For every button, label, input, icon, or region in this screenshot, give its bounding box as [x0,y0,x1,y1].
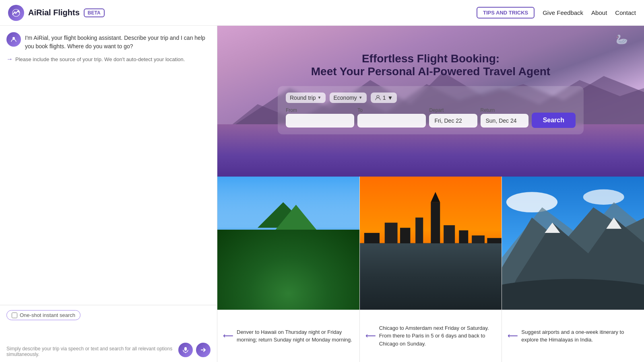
svg-point-12 [227,233,309,284]
svg-rect-19 [364,233,380,259]
one-shot-checkbox[interactable] [12,313,17,318]
beta-badge: BETA [84,8,105,17]
tips-and-tricks-button[interactable]: TIPS AND TRICKS [477,7,535,19]
amsterdam-card-image [360,177,502,310]
svg-point-1 [12,37,15,39]
global-header: AiRial Flights BETA TIPS AND TRICKS Give… [0,0,644,26]
hawaii-card: ⟵ Denver to Hawaii on Thursday night or … [217,177,360,362]
from-input[interactable] [286,114,354,128]
form-bottom-row: From To Depart Return [286,107,576,128]
bird-decoration: 🦢 [616,34,628,45]
cabin-class-value: Economy [334,95,357,101]
amsterdam-card: ⟵ Chicago to Amsterdam next Friday or Sa… [360,177,502,362]
hawaii-image [217,177,359,310]
trip-type-dropdown[interactable]: Round trip ▼ [286,93,326,103]
hero-title: Effortless Flight Booking: Meet Your Per… [311,52,550,78]
chat-text-input[interactable] [6,323,77,343]
svg-point-34 [506,192,557,212]
svg-rect-2 [184,347,187,351]
one-shot-row: One-shot instant search [6,310,211,320]
hero-title-line2: Meet Your Personal AI-Powered Travel Age… [311,65,550,78]
one-shot-label[interactable]: One-shot instant search [6,310,80,320]
return-label: Return [481,107,528,113]
logo-icon [8,5,24,21]
himalayas-card-arrow[interactable]: ⟵ [508,331,518,340]
from-label: From [286,107,354,113]
trip-type-chevron: ▼ [318,95,322,100]
passengers-chevron: ▼ [388,95,393,101]
person-icon [375,95,381,101]
svg-point-16 [227,266,350,292]
right-panel: 🦢 Effortless Flight Booking: Meet Your P… [217,26,644,362]
hawaii-card-image [217,177,359,310]
search-form: Round trip ▼ Economy ▼ 1 [278,86,584,134]
chat-message: I'm AiRial, your flight booking assistan… [6,32,211,51]
svg-point-10 [217,253,359,310]
amsterdam-card-text: Chicago to Amsterdam next Friday or Satu… [379,324,496,348]
svg-rect-25 [444,225,455,259]
svg-point-35 [583,189,624,205]
depart-input[interactable] [429,114,477,128]
app-title: AiRial Flights [28,8,80,17]
svg-rect-17 [360,177,502,310]
depart-field: Depart [429,107,477,128]
svg-point-41 [502,279,644,310]
svg-point-13 [268,233,339,279]
form-top-row: Round trip ▼ Economy ▼ 1 [286,93,576,103]
himalayas-image [502,177,644,310]
svg-rect-31 [380,276,410,282]
svg-point-11 [222,233,355,304]
cabin-class-dropdown[interactable]: Economy ▼ [330,93,367,103]
svg-rect-29 [360,272,502,310]
hero-title-line1: Effortless Flight Booking: [311,52,550,65]
chat-text: I'm AiRial, your flight booking assistan… [25,32,211,51]
svg-rect-27 [472,235,485,258]
himalayas-card-body: ⟵ Suggest airports and a one-week itiner… [502,310,644,362]
himalayas-card: ⟵ Suggest airports and a one-week itiner… [502,177,644,362]
svg-rect-22 [415,218,423,259]
input-area: One-shot instant search Simply describe … [0,305,217,362]
location-hint: → Please include the source of your trip… [6,56,211,63]
svg-rect-30 [360,276,502,286]
himalayas-card-text: Suggest airports and a one-week itinerar… [521,328,638,344]
cabin-class-chevron: ▼ [359,95,363,100]
svg-rect-26 [459,230,468,259]
input-row: Simply describe your trip via speech or … [6,323,211,357]
svg-rect-21 [400,228,410,258]
hero-section: 🦢 Effortless Flight Booking: Meet Your P… [217,26,644,177]
svg-rect-32 [387,273,402,277]
left-panel: I'm AiRial, your flight booking assistan… [0,26,217,362]
depart-label: Depart [429,107,477,113]
trip-type-value: Round trip [290,95,316,101]
passengers-dropdown[interactable]: 1 ▼ [371,93,397,103]
amsterdam-card-body: ⟵ Chicago to Amsterdam next Friday or Sa… [360,310,502,362]
location-hint-text: Please include the source of your trip. … [15,56,185,62]
to-field: To [357,107,426,128]
to-label: To [357,107,426,113]
return-field: Return [481,107,528,128]
input-hint-text: Simply describe your trip via speech or … [6,346,175,357]
search-button[interactable]: Search [532,113,576,128]
svg-rect-18 [360,243,502,310]
svg-rect-28 [487,238,502,259]
cards-section: ⟵ Denver to Hawaii on Thursday night or … [217,177,644,362]
hawaii-card-arrow[interactable]: ⟵ [223,331,233,340]
contact-link[interactable]: Contact [615,9,636,16]
hawaii-card-text: Denver to Hawaii on Thursday night or Fr… [237,328,354,344]
amsterdam-image [360,177,502,310]
about-link[interactable]: About [591,9,607,16]
return-input[interactable] [481,114,528,128]
svg-point-9 [217,238,359,310]
mic-button[interactable] [178,343,193,357]
from-field: From [286,107,354,128]
logo-area: AiRial Flights BETA [8,5,242,21]
arrow-icon: → [6,56,13,63]
passengers-value: 1 [383,95,386,101]
chat-avatar [6,32,21,47]
nav-right: TIPS AND TRICKS Give Feedback About Cont… [477,7,636,19]
to-input[interactable] [357,114,426,128]
svg-point-6 [377,95,379,98]
amsterdam-card-arrow[interactable]: ⟵ [365,331,376,340]
send-button[interactable] [196,343,211,357]
give-feedback-link[interactable]: Give Feedback [543,9,583,16]
